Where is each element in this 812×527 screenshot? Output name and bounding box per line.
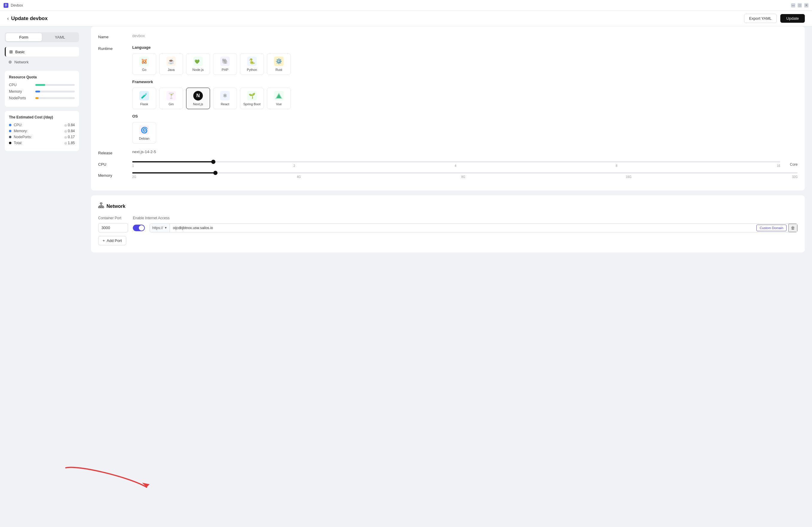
app-icon: D: [4, 3, 9, 8]
nodeports-resource-row: NodePorts: [9, 96, 75, 100]
custom-domain-button[interactable]: Custom Domain: [756, 225, 786, 231]
memory-slider-row: Memory 2G 4G 8G 16G 32G: [98, 172, 798, 178]
app-header: ‹ Update devbox Export YAML Update: [0, 11, 812, 26]
svg-rect-6: [102, 207, 104, 208]
svg-rect-5: [101, 207, 102, 208]
total-cost-row: Total: ◎ 1.85: [9, 141, 75, 145]
fw-react[interactable]: ⚛ React: [213, 88, 237, 109]
runtime-field-row: Runtime Language 🐹 Go ☕ Java: [98, 45, 798, 144]
python-icon: 🐍: [247, 57, 257, 66]
chevron-down-icon: ▼: [164, 226, 167, 230]
fw-flask[interactable]: 🧪 Flask: [132, 88, 156, 109]
tab-form[interactable]: Form: [6, 33, 42, 41]
protocol-selector[interactable]: https:// ▼: [150, 224, 170, 232]
fw-gin[interactable]: 🍸 Gin: [159, 88, 183, 109]
network-section-header: Network: [98, 203, 798, 210]
back-button[interactable]: ‹: [7, 16, 9, 21]
delete-port-button[interactable]: 🗑: [788, 224, 797, 232]
go-label: Go: [142, 68, 147, 72]
total-cost-value: ◎ 1.85: [64, 141, 75, 145]
memory-slider-fill: [132, 172, 215, 174]
nodejs-label: Node.js: [192, 68, 203, 72]
cpu-slider-fill: [132, 161, 213, 162]
sidebar-item-basic[interactable]: ⊞ Basic: [5, 47, 79, 57]
sidebar: Form YAML ⊞ Basic ⊛ Network Resource Quo…: [0, 26, 84, 527]
resource-quota-card: Resource Quota CPU Memory NodePorts: [5, 71, 79, 107]
app-name: Devbox: [11, 3, 23, 8]
rust-icon: ⚙️: [274, 57, 284, 66]
cpu-slider-track[interactable]: [132, 161, 780, 162]
add-port-button[interactable]: + Add Port: [98, 236, 126, 245]
header-actions: Export YAML Update: [744, 14, 805, 23]
cpu-resource-row: CPU: [9, 83, 75, 87]
release-value: next.js-14-2-5: [132, 149, 156, 154]
container-port-header: Container Port: [98, 216, 128, 222]
lang-nodejs[interactable]: 💚 Node.js: [186, 53, 210, 75]
domain-value: oijcdbjbtnox.usw.sailos.io: [170, 224, 755, 232]
runtime-label: Runtime: [98, 45, 125, 51]
update-button[interactable]: Update: [780, 14, 805, 23]
network-icon: ⊛: [9, 59, 12, 64]
name-field-row: Name devbox: [98, 33, 798, 39]
fw-vue[interactable]: Vue: [267, 88, 291, 109]
fw-nextjs[interactable]: N Next.js: [186, 88, 210, 109]
internet-access-toggle[interactable]: [133, 225, 145, 231]
sidebar-item-network[interactable]: ⊛ Network: [5, 57, 79, 67]
cpu-cost-label: CPU:: [14, 123, 62, 127]
python-label: Python: [247, 68, 257, 72]
export-yaml-button[interactable]: Export YAML: [744, 14, 777, 23]
os-section-title: OS: [132, 114, 798, 118]
cpu-slider-thumb[interactable]: [211, 160, 215, 164]
sidebar-item-basic-label: Basic: [15, 50, 25, 54]
view-mode-tabs: Form YAML: [5, 32, 79, 42]
lang-php[interactable]: 🐘 PHP: [213, 53, 237, 75]
php-icon: 🐘: [220, 57, 230, 66]
cpu-cost-value: ◎ 0.84: [64, 123, 75, 127]
add-port-icon: +: [103, 238, 105, 243]
vue-icon: [274, 91, 284, 101]
toggle-knob: [139, 225, 144, 231]
tab-yaml[interactable]: YAML: [42, 33, 78, 41]
springboot-icon: 🌱: [247, 91, 257, 101]
nodejs-icon: 💚: [193, 57, 203, 66]
memory-slider-track[interactable]: [132, 172, 798, 174]
os-debian[interactable]: 🌀 Debian: [132, 122, 156, 144]
add-port-label: Add Port: [107, 238, 122, 243]
svg-rect-4: [99, 207, 100, 208]
memory-slider-thumb[interactable]: [213, 171, 218, 175]
close-button[interactable]: ✕: [804, 3, 808, 8]
cpu-progress-fill: [35, 84, 45, 86]
memory-resource-label: Memory: [9, 89, 32, 93]
lang-python[interactable]: 🐍 Python: [240, 53, 264, 75]
springboot-label: Spring Boot: [243, 102, 260, 106]
release-field-row: Release next.js-14-2-5: [98, 149, 798, 155]
port-headers: Container Port Enable Internet Access: [98, 216, 798, 222]
debian-icon: 🌀: [140, 125, 149, 135]
cpu-cost-icon: ◎: [64, 123, 67, 127]
svg-text:💚: 💚: [194, 59, 200, 64]
lang-rust[interactable]: ⚙️ Rust: [267, 53, 291, 75]
php-label: PHP: [222, 68, 229, 72]
minimize-button[interactable]: —: [791, 3, 795, 8]
name-label: Name: [98, 33, 125, 39]
svg-rect-3: [100, 203, 102, 204]
fw-springboot[interactable]: 🌱 Spring Boot: [240, 88, 264, 109]
nextjs-icon: N: [193, 91, 203, 101]
maximize-button[interactable]: □: [798, 3, 802, 8]
page-title: Update devbox: [11, 16, 47, 21]
port-entry-row: https:// ▼ oijcdbjbtnox.usw.sailos.io Cu…: [98, 223, 798, 232]
lang-go[interactable]: 🐹 Go: [132, 53, 156, 75]
memory-slider-markers: 2G 4G 8G 16G 32G: [132, 175, 798, 178]
total-cost-icon: ◎: [64, 142, 67, 145]
gin-label: Gin: [169, 102, 174, 106]
nodeports-cost-row: NodePorts: ◎ 0.17: [9, 135, 75, 139]
container-port-input[interactable]: [98, 223, 128, 232]
enable-internet-header: Enable Internet Access: [133, 216, 170, 222]
window-controls[interactable]: — □ ✕: [791, 3, 808, 8]
total-cost-dot: [9, 142, 11, 144]
cpu-cost-dot: [9, 124, 11, 126]
nextjs-label: Next.js: [193, 102, 203, 106]
cpu-resource-label: CPU: [9, 83, 32, 87]
lang-java[interactable]: ☕ Java: [159, 53, 183, 75]
java-label: Java: [168, 68, 174, 72]
